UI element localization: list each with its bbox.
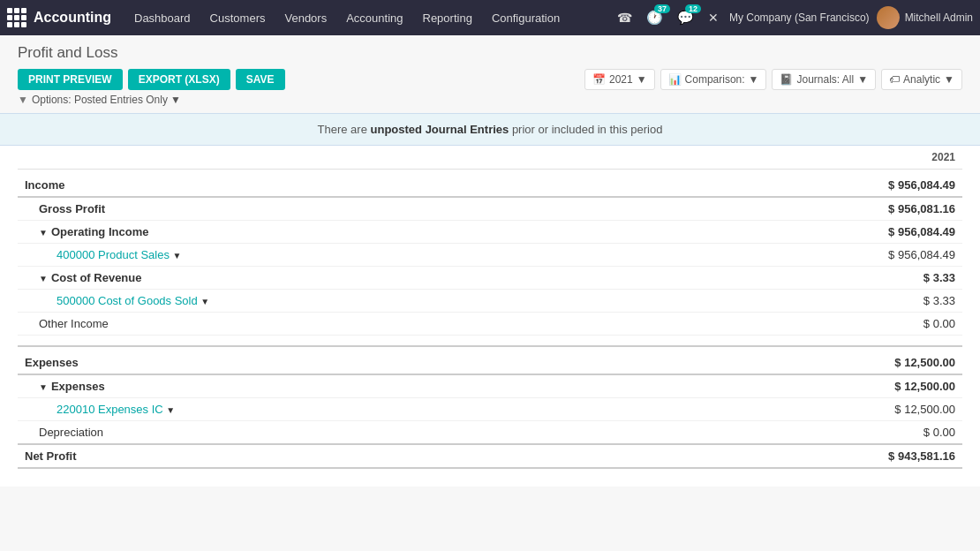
analytic-chevron-icon: ▼ bbox=[944, 73, 954, 86]
top-navigation: Accounting Dashboard Customers Vendors A… bbox=[0, 0, 980, 35]
save-button[interactable]: SAVE bbox=[236, 69, 285, 90]
row-text-expenses-header: Expenses bbox=[25, 356, 79, 369]
row-amount-expenses-sub: $ 12,500.00 bbox=[839, 374, 962, 398]
nav-links: Dashboard Customers Vendors Accounting R… bbox=[125, 8, 610, 28]
message-badge: 12 bbox=[685, 4, 701, 13]
comparison-chevron-icon: ▼ bbox=[749, 73, 759, 86]
row-amount-net-profit: $ 943,581.16 bbox=[839, 444, 962, 468]
table-row: Net Profit$ 943,581.16 bbox=[18, 444, 962, 468]
brand-title: Accounting bbox=[34, 10, 111, 26]
comparison-label: Comparison: bbox=[685, 73, 745, 86]
row-link-expenses-ic[interactable]: 220010 Expenses IC bbox=[57, 403, 163, 416]
row-label-gross-profit: Gross Profit bbox=[18, 197, 839, 221]
message-icon-btn[interactable]: 💬 12 bbox=[674, 6, 697, 29]
row-amount-income-header: $ 956,084.49 bbox=[839, 170, 962, 198]
row-label-income-header: Income bbox=[18, 170, 839, 198]
table-row: Depreciation$ 0.00 bbox=[18, 420, 962, 444]
collapse-icon[interactable]: ▼ bbox=[39, 382, 48, 392]
calendar-icon: 📅 bbox=[592, 73, 606, 86]
activity-badge: 37 bbox=[654, 4, 670, 13]
row-label-cost-goods: 500000 Cost of Goods Sold ▼ bbox=[18, 290, 839, 313]
analytic-icon: 🏷 bbox=[889, 73, 900, 86]
table-header-row: 2021 bbox=[18, 146, 962, 170]
link-caret-product-sales[interactable]: ▼ bbox=[173, 251, 182, 260]
col-header-label bbox=[18, 146, 839, 170]
table-row: ▼Cost of Revenue$ 3.33 bbox=[18, 267, 962, 290]
row-label-depreciation: Depreciation bbox=[18, 420, 839, 444]
analytic-label: Analytic bbox=[903, 73, 940, 86]
filter-area: 📅 2021 ▼ 📊 Comparison: ▼ 📓 Journals: All… bbox=[584, 69, 962, 90]
table-row: Other Income$ 0.00 bbox=[18, 313, 962, 336]
link-caret-cost-goods[interactable]: ▼ bbox=[200, 297, 209, 306]
row-amount-other-income: $ 0.00 bbox=[839, 313, 962, 336]
table-row: 220010 Expenses IC ▼$ 12,500.00 bbox=[18, 397, 962, 420]
row-amount-expenses-ic: $ 12,500.00 bbox=[839, 397, 962, 420]
toolbar: PRINT PREVIEW EXPORT (XLSX) SAVE 📅 2021 … bbox=[18, 69, 962, 90]
activity-icon-btn[interactable]: 🕐 37 bbox=[643, 6, 667, 29]
journals-label: Journals: All bbox=[796, 73, 854, 86]
analytic-filter[interactable]: 🏷 Analytic ▼ bbox=[881, 69, 962, 90]
close-icon-btn[interactable]: ✕ bbox=[705, 7, 722, 28]
row-label-operating-income: ▼Operating Income bbox=[18, 221, 839, 244]
table-row: Expenses$ 12,500.00 bbox=[18, 346, 962, 374]
page: Profit and Loss PRINT PREVIEW EXPORT (XL… bbox=[0, 35, 980, 551]
nav-reporting[interactable]: Reporting bbox=[414, 8, 481, 28]
row-label-expenses-sub: ▼Expenses bbox=[18, 374, 839, 398]
nav-customers[interactable]: Customers bbox=[201, 8, 275, 28]
table-row: ▼Operating Income$ 956,084.49 bbox=[18, 221, 962, 244]
row-text-depreciation: Depreciation bbox=[39, 426, 103, 439]
collapse-icon[interactable]: ▼ bbox=[39, 228, 48, 238]
row-amount-gross-profit: $ 956,081.16 bbox=[839, 197, 962, 221]
nav-accounting[interactable]: Accounting bbox=[337, 8, 411, 28]
user-menu[interactable]: Mitchell Admin bbox=[877, 6, 973, 29]
options-filter-tag[interactable]: Options: Posted Entries Only ▼ bbox=[32, 94, 181, 106]
apps-grid-icon[interactable] bbox=[7, 8, 26, 27]
row-amount-depreciation: $ 0.00 bbox=[839, 420, 962, 444]
row-link-cost-goods[interactable]: 500000 Cost of Goods Sold bbox=[57, 294, 198, 307]
row-text-net-profit: Net Profit bbox=[25, 449, 77, 463]
col-header-year: 2021 bbox=[839, 146, 962, 170]
scroll-container[interactable]: 2021 Income$ 956,084.49Gross Profit$ 956… bbox=[18, 146, 962, 469]
row-label-expenses-header: Expenses bbox=[18, 346, 839, 374]
filter-funnel-icon: ▼ bbox=[18, 94, 28, 106]
alert-highlight: unposted Journal Entries bbox=[371, 123, 509, 136]
row-label-expenses-ic: 220010 Expenses IC ▼ bbox=[18, 397, 839, 420]
row-label-cost-revenue: ▼Cost of Revenue bbox=[18, 267, 839, 290]
phone-icon-btn[interactable]: ☎ bbox=[614, 7, 636, 28]
close-icon: ✕ bbox=[708, 11, 719, 25]
row-amount-product-sales: $ 956,084.49 bbox=[839, 244, 962, 267]
table-row: 400000 Product Sales ▼$ 956,084.49 bbox=[18, 244, 962, 267]
brand-area: Accounting bbox=[7, 8, 111, 27]
company-selector[interactable]: My Company (San Francisco) bbox=[729, 11, 870, 24]
nav-right-area: ☎ 🕐 37 💬 12 ✕ My Company (San Francisco)… bbox=[614, 6, 973, 29]
nav-configuration[interactable]: Configuration bbox=[483, 8, 569, 28]
row-label-other-income: Other Income bbox=[18, 313, 839, 336]
row-link-product-sales[interactable]: 400000 Product Sales bbox=[57, 248, 170, 261]
table-row: 500000 Cost of Goods Sold ▼$ 3.33 bbox=[18, 290, 962, 313]
row-amount-cost-goods: $ 3.33 bbox=[839, 290, 962, 313]
year-filter[interactable]: 📅 2021 ▼ bbox=[584, 69, 655, 90]
chart-icon: 📊 bbox=[668, 73, 682, 86]
table-row: Income$ 956,084.49 bbox=[18, 170, 962, 198]
journals-filter[interactable]: 📓 Journals: All ▼ bbox=[772, 69, 876, 90]
row-text-gross-profit: Gross Profit bbox=[39, 202, 105, 215]
table-row: ▼Expenses$ 12,500.00 bbox=[18, 374, 962, 398]
nav-vendors[interactable]: Vendors bbox=[275, 8, 335, 28]
year-chevron-icon: ▼ bbox=[637, 73, 647, 86]
row-text-other-income: Other Income bbox=[39, 317, 109, 330]
journal-icon: 📓 bbox=[780, 73, 793, 86]
export-xlsx-button[interactable]: EXPORT (XLSX) bbox=[128, 69, 230, 90]
journals-chevron-icon: ▼ bbox=[857, 73, 868, 86]
collapse-icon[interactable]: ▼ bbox=[39, 274, 48, 283]
link-caret-expenses-ic[interactable]: ▼ bbox=[166, 405, 175, 415]
comparison-filter[interactable]: 📊 Comparison: ▼ bbox=[660, 69, 767, 90]
alert-text-after: prior or included in this period bbox=[509, 123, 662, 136]
print-preview-button[interactable]: PRINT PREVIEW bbox=[18, 69, 123, 90]
phone-icon: ☎ bbox=[617, 11, 632, 25]
alert-banner: There are unposted Journal Entries prior… bbox=[0, 113, 980, 146]
row-text-cost-revenue: Cost of Revenue bbox=[51, 271, 142, 284]
row-amount-operating-income: $ 956,084.49 bbox=[839, 221, 962, 244]
main-content: 2021 Income$ 956,084.49Gross Profit$ 956… bbox=[0, 146, 980, 487]
nav-dashboard[interactable]: Dashboard bbox=[125, 8, 200, 28]
row-text-operating-income: Operating Income bbox=[51, 225, 149, 238]
